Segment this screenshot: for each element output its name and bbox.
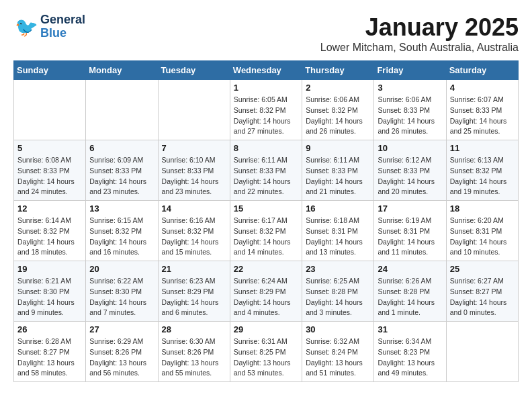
day-number: 30 <box>306 324 370 334</box>
calendar-cell: 11Sunrise: 6:13 AM Sunset: 8:32 PM Dayli… <box>446 140 518 201</box>
day-header-monday: Monday <box>86 61 158 80</box>
day-info: Sunrise: 6:21 AM Sunset: 8:30 PM Dayligh… <box>17 276 82 318</box>
day-info: Sunrise: 6:16 AM Sunset: 8:32 PM Dayligh… <box>162 216 226 258</box>
day-info: Sunrise: 6:11 AM Sunset: 8:33 PM Dayligh… <box>234 155 298 197</box>
days-row: SundayMondayTuesdayWednesdayThursdayFrid… <box>14 61 519 80</box>
day-info: Sunrise: 6:10 AM Sunset: 8:33 PM Dayligh… <box>162 155 226 197</box>
day-info: Sunrise: 6:23 AM Sunset: 8:29 PM Dayligh… <box>162 276 226 318</box>
day-number: 22 <box>234 264 298 274</box>
day-number: 11 <box>450 143 515 153</box>
day-number: 26 <box>17 324 82 334</box>
day-number: 5 <box>17 143 82 153</box>
calendar-cell <box>446 322 518 382</box>
day-info: Sunrise: 6:22 AM Sunset: 8:30 PM Dayligh… <box>89 276 154 318</box>
calendar-body: 1Sunrise: 6:05 AM Sunset: 8:32 PM Daylig… <box>14 80 519 382</box>
day-number: 31 <box>378 324 442 334</box>
day-number: 10 <box>378 143 442 153</box>
calendar-cell: 13Sunrise: 6:15 AM Sunset: 8:32 PM Dayli… <box>86 201 158 261</box>
calendar-cell: 15Sunrise: 6:17 AM Sunset: 8:32 PM Dayli… <box>230 201 302 261</box>
calendar-cell: 18Sunrise: 6:20 AM Sunset: 8:31 PM Dayli… <box>446 201 518 261</box>
day-info: Sunrise: 6:05 AM Sunset: 8:32 PM Dayligh… <box>234 95 298 137</box>
day-info: Sunrise: 6:13 AM Sunset: 8:32 PM Dayligh… <box>450 155 515 197</box>
calendar-cell: 22Sunrise: 6:24 AM Sunset: 8:29 PM Dayli… <box>230 261 302 322</box>
day-header-thursday: Thursday <box>302 61 374 80</box>
calendar-cell: 4Sunrise: 6:07 AM Sunset: 8:33 PM Daylig… <box>446 80 518 140</box>
calendar-cell: 19Sunrise: 6:21 AM Sunset: 8:30 PM Dayli… <box>14 261 86 322</box>
day-info: Sunrise: 6:32 AM Sunset: 8:24 PM Dayligh… <box>306 336 370 379</box>
calendar-cell: 20Sunrise: 6:22 AM Sunset: 8:30 PM Dayli… <box>86 261 158 322</box>
day-info: Sunrise: 6:09 AM Sunset: 8:33 PM Dayligh… <box>89 155 154 197</box>
day-info: Sunrise: 6:11 AM Sunset: 8:33 PM Dayligh… <box>306 155 370 197</box>
day-info: Sunrise: 6:18 AM Sunset: 8:31 PM Dayligh… <box>306 216 370 258</box>
day-info: Sunrise: 6:24 AM Sunset: 8:29 PM Dayligh… <box>234 276 298 318</box>
calendar-cell: 27Sunrise: 6:29 AM Sunset: 8:26 PM Dayli… <box>86 322 158 382</box>
day-info: Sunrise: 6:17 AM Sunset: 8:32 PM Dayligh… <box>234 216 298 258</box>
day-header-tuesday: Tuesday <box>158 61 230 80</box>
day-info: Sunrise: 6:34 AM Sunset: 8:23 PM Dayligh… <box>378 336 442 379</box>
day-info: Sunrise: 6:06 AM Sunset: 8:32 PM Dayligh… <box>306 95 370 137</box>
calendar-table: SundayMondayTuesdayWednesdayThursdayFrid… <box>13 60 519 382</box>
week-row-5: 26Sunrise: 6:28 AM Sunset: 8:27 PM Dayli… <box>14 322 519 382</box>
calendar-cell: 12Sunrise: 6:14 AM Sunset: 8:32 PM Dayli… <box>14 201 86 261</box>
calendar-cell: 26Sunrise: 6:28 AM Sunset: 8:27 PM Dayli… <box>14 322 86 382</box>
day-info: Sunrise: 6:08 AM Sunset: 8:33 PM Dayligh… <box>17 155 82 197</box>
day-info: Sunrise: 6:14 AM Sunset: 8:32 PM Dayligh… <box>17 216 82 258</box>
day-info: Sunrise: 6:31 AM Sunset: 8:25 PM Dayligh… <box>234 336 298 379</box>
day-number: 17 <box>378 203 442 214</box>
logo-text: General Blue <box>40 13 85 40</box>
calendar-cell: 1Sunrise: 6:05 AM Sunset: 8:32 PM Daylig… <box>230 80 302 140</box>
day-header-friday: Friday <box>374 61 446 80</box>
calendar-header: SundayMondayTuesdayWednesdayThursdayFrid… <box>14 61 519 80</box>
day-number: 15 <box>234 203 298 214</box>
day-number: 28 <box>162 324 226 334</box>
day-number: 21 <box>162 264 226 274</box>
calendar-cell: 23Sunrise: 6:25 AM Sunset: 8:28 PM Dayli… <box>302 261 374 322</box>
day-number: 29 <box>234 324 298 334</box>
day-info: Sunrise: 6:12 AM Sunset: 8:33 PM Dayligh… <box>378 155 442 197</box>
calendar-cell: 24Sunrise: 6:26 AM Sunset: 8:28 PM Dayli… <box>374 261 446 322</box>
calendar-cell: 9Sunrise: 6:11 AM Sunset: 8:33 PM Daylig… <box>302 140 374 201</box>
day-number: 8 <box>234 143 298 153</box>
day-number: 20 <box>89 264 154 274</box>
day-number: 18 <box>450 203 515 214</box>
week-row-4: 19Sunrise: 6:21 AM Sunset: 8:30 PM Dayli… <box>14 261 519 322</box>
calendar-cell: 17Sunrise: 6:19 AM Sunset: 8:31 PM Dayli… <box>374 201 446 261</box>
page-header: 🐦 General Blue January 2025 Lower Mitcha… <box>13 13 519 54</box>
day-number: 7 <box>162 143 226 153</box>
calendar-cell: 29Sunrise: 6:31 AM Sunset: 8:25 PM Dayli… <box>230 322 302 382</box>
day-number: 14 <box>162 203 226 214</box>
day-info: Sunrise: 6:28 AM Sunset: 8:27 PM Dayligh… <box>17 336 82 379</box>
calendar-cell: 3Sunrise: 6:06 AM Sunset: 8:33 PM Daylig… <box>374 80 446 140</box>
day-info: Sunrise: 6:27 AM Sunset: 8:27 PM Dayligh… <box>450 276 515 318</box>
main-title: January 2025 <box>320 13 519 42</box>
calendar-cell: 5Sunrise: 6:08 AM Sunset: 8:33 PM Daylig… <box>14 140 86 201</box>
calendar-cell: 7Sunrise: 6:10 AM Sunset: 8:33 PM Daylig… <box>158 140 230 201</box>
calendar-cell: 8Sunrise: 6:11 AM Sunset: 8:33 PM Daylig… <box>230 140 302 201</box>
day-number: 4 <box>450 83 515 93</box>
day-number: 25 <box>450 264 515 274</box>
day-number: 16 <box>306 203 370 214</box>
calendar-cell <box>86 80 158 140</box>
day-header-sunday: Sunday <box>14 61 86 80</box>
week-row-3: 12Sunrise: 6:14 AM Sunset: 8:32 PM Dayli… <box>14 201 519 261</box>
calendar-cell: 10Sunrise: 6:12 AM Sunset: 8:33 PM Dayli… <box>374 140 446 201</box>
day-number: 6 <box>89 143 154 153</box>
day-number: 23 <box>306 264 370 274</box>
calendar-cell: 16Sunrise: 6:18 AM Sunset: 8:31 PM Dayli… <box>302 201 374 261</box>
day-number: 13 <box>89 203 154 214</box>
subtitle: Lower Mitcham, South Australia, Australi… <box>320 42 519 54</box>
calendar-cell: 30Sunrise: 6:32 AM Sunset: 8:24 PM Dayli… <box>302 322 374 382</box>
calendar-cell: 6Sunrise: 6:09 AM Sunset: 8:33 PM Daylig… <box>86 140 158 201</box>
calendar-cell: 31Sunrise: 6:34 AM Sunset: 8:23 PM Dayli… <box>374 322 446 382</box>
day-info: Sunrise: 6:26 AM Sunset: 8:28 PM Dayligh… <box>378 276 442 318</box>
day-info: Sunrise: 6:25 AM Sunset: 8:28 PM Dayligh… <box>306 276 370 318</box>
day-number: 1 <box>234 83 298 93</box>
day-header-wednesday: Wednesday <box>230 61 302 80</box>
day-info: Sunrise: 6:20 AM Sunset: 8:31 PM Dayligh… <box>450 216 515 258</box>
calendar-cell: 21Sunrise: 6:23 AM Sunset: 8:29 PM Dayli… <box>158 261 230 322</box>
day-info: Sunrise: 6:06 AM Sunset: 8:33 PM Dayligh… <box>378 95 442 137</box>
day-header-saturday: Saturday <box>446 61 518 80</box>
calendar-cell: 25Sunrise: 6:27 AM Sunset: 8:27 PM Dayli… <box>446 261 518 322</box>
day-number: 3 <box>378 83 442 93</box>
day-info: Sunrise: 6:15 AM Sunset: 8:32 PM Dayligh… <box>89 216 154 258</box>
